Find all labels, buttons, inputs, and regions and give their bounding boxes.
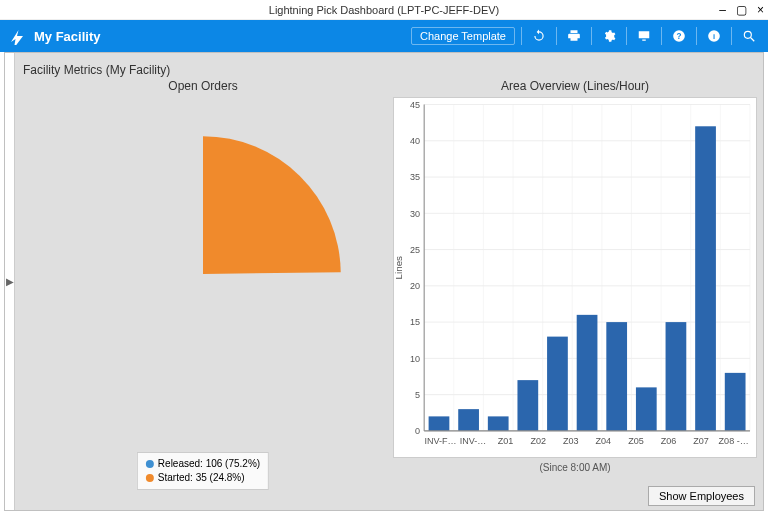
area-overview-chart: Area Overview (Lines/Hour) 0510152025303… [393,79,757,480]
svg-rect-32 [577,315,598,431]
minimize-button[interactable]: – [719,4,726,16]
svg-text:Z02: Z02 [530,435,546,446]
window-title: Lightning Pick Dashboard (LPT-PC-JEFF-DE… [0,4,768,16]
svg-point-4 [744,31,751,38]
pie-title: Open Orders [21,79,385,97]
window-titlebar: Lightning Pick Dashboard (LPT-PC-JEFF-DE… [0,0,768,20]
svg-rect-29 [488,416,509,431]
svg-text:20: 20 [410,280,420,291]
svg-rect-36 [695,126,716,431]
svg-text:40: 40 [410,135,420,146]
svg-rect-31 [547,337,568,431]
svg-text:?: ? [677,32,682,41]
svg-line-5 [751,38,755,42]
content-panel: ▶ Facility Metrics (My Facility) Open Or… [4,52,764,511]
change-template-button[interactable]: Change Template [411,27,515,45]
search-icon[interactable] [738,25,760,47]
svg-text:Z06: Z06 [661,435,677,446]
svg-text:0: 0 [415,425,420,436]
open-orders-chart: Open Orders Released: 106 (75.2%) Starte… [21,79,385,480]
svg-text:Z08 -…: Z08 -… [719,435,749,446]
svg-text:INV-F…: INV-F… [424,435,456,446]
facility-name: My Facility [34,29,411,44]
svg-rect-30 [517,380,538,431]
svg-text:Lines: Lines [394,256,404,280]
svg-text:Z01: Z01 [498,435,514,446]
settings-icon[interactable] [598,25,620,47]
svg-text:Z03: Z03 [563,435,579,446]
svg-text:Z07: Z07 [693,435,709,446]
svg-text:Z05: Z05 [628,435,644,446]
app-header: My Facility Change Template ? i [0,20,768,52]
svg-text:INV-…: INV-… [460,435,487,446]
display-icon[interactable] [633,25,655,47]
svg-rect-34 [636,387,657,431]
print-icon[interactable] [563,25,585,47]
sidebar-expand-handle[interactable]: ▶ [5,53,15,510]
logo-icon [8,27,26,45]
svg-text:5: 5 [415,389,420,400]
svg-text:10: 10 [410,352,420,363]
svg-text:15: 15 [410,316,420,327]
svg-rect-35 [666,322,687,431]
maximize-button[interactable]: ▢ [736,4,747,16]
show-employees-button[interactable]: Show Employees [648,486,755,506]
svg-text:35: 35 [410,171,420,182]
svg-rect-28 [458,409,479,431]
bar-subtitle: (Since 8:00 AM) [393,462,757,473]
pie-legend: Released: 106 (75.2%) Started: 35 (24.8%… [137,452,269,490]
pie-chart [58,129,348,419]
svg-text:30: 30 [410,207,420,218]
svg-text:i: i [713,32,715,41]
bar-chart: 051015202530354045LinesINV-F…INV-…Z01Z02… [394,98,756,457]
svg-text:25: 25 [410,243,420,254]
close-button[interactable]: × [757,4,764,16]
svg-text:45: 45 [410,98,420,109]
refresh-icon[interactable] [528,25,550,47]
svg-text:Z04: Z04 [596,435,612,446]
svg-rect-33 [606,322,627,431]
legend-released: Released: 106 (75.2%) [158,457,260,471]
svg-rect-27 [429,416,450,431]
info-icon[interactable]: i [703,25,725,47]
help-icon[interactable]: ? [668,25,690,47]
svg-rect-37 [725,373,746,431]
bar-title: Area Overview (Lines/Hour) [393,79,757,97]
legend-started: Started: 35 (24.8%) [158,471,245,485]
